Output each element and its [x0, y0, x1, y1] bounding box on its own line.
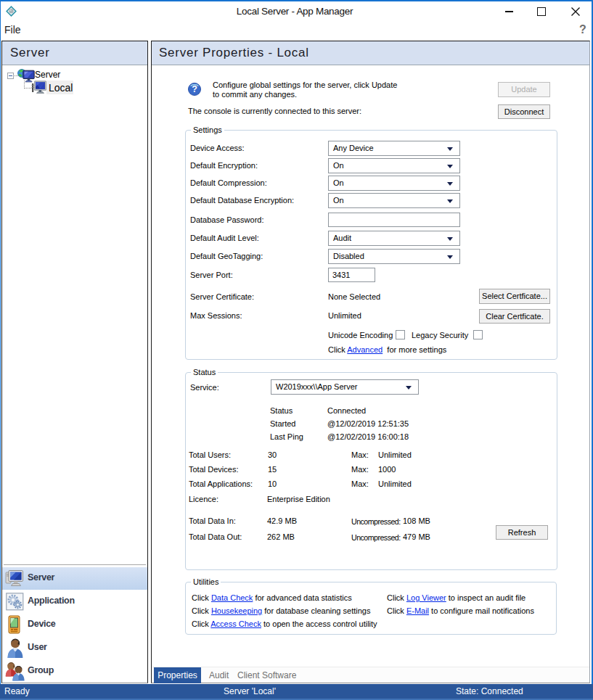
- svg-text:?: ?: [192, 84, 197, 94]
